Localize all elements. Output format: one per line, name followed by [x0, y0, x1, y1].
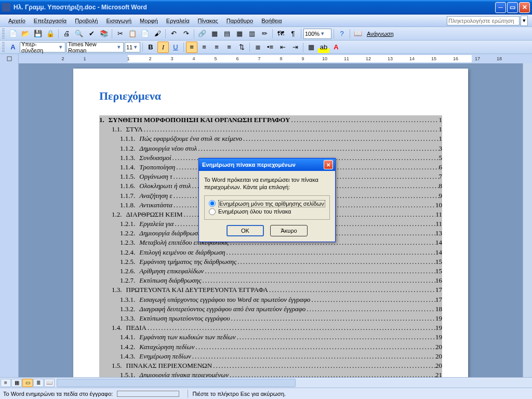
format-painter-button[interactable]: 🖌: [152, 28, 163, 39]
dialog-close-button[interactable]: ✕: [324, 160, 333, 169]
menu-table[interactable]: Πίνακας: [194, 16, 222, 25]
minimize-button[interactable]: ─: [495, 2, 506, 13]
font-color-button[interactable]: A: [330, 42, 342, 53]
menu-tools[interactable]: Εργαλεία: [162, 16, 194, 25]
toc-entry[interactable]: 1.ΣΥΝΘΕΤΗ ΜΟΡΦΟΠΟΙΗΣΗ ΚΑΙ ΟΡΓΑΝΩΣΗ ΕΓΓΡΑ…: [99, 115, 442, 125]
help-button[interactable]: ?: [336, 28, 348, 39]
size-combo[interactable]: 11▾: [125, 42, 140, 52]
show-marks-button[interactable]: ¶: [287, 28, 299, 39]
decrease-indent-button[interactable]: ⇤: [277, 42, 288, 53]
reading-label[interactable]: Ανάγνωση: [365, 31, 396, 37]
align-left-button[interactable]: ≡: [186, 42, 197, 53]
help-search-input[interactable]: [447, 16, 520, 25]
menu-insert[interactable]: Εισαγωγή: [102, 16, 136, 25]
menu-window[interactable]: Παράθυρο: [222, 16, 257, 25]
columns-button[interactable]: ▥: [246, 28, 258, 39]
excel-button[interactable]: ▦: [234, 28, 245, 39]
radio-opt1-input[interactable]: [209, 200, 216, 207]
print-button[interactable]: 🖨: [61, 28, 72, 39]
numbering-button[interactable]: ≣: [252, 42, 263, 53]
increase-indent-button[interactable]: ⇥: [289, 42, 301, 53]
highlight-button[interactable]: ab: [318, 42, 329, 53]
vertical-scrollbar[interactable]: [523, 63, 532, 377]
toc-entry[interactable]: 1.3.1.Εισαγωγή υπάρχοντος εγγράφου του W…: [99, 295, 442, 304]
permission-button[interactable]: 🔒: [45, 28, 56, 39]
spell-check-button[interactable]: ✔: [86, 28, 97, 39]
research-button[interactable]: 📚: [98, 28, 110, 39]
font-combo[interactable]: Times New Roman▾: [66, 42, 124, 52]
insert-table-button[interactable]: ▤: [221, 28, 233, 39]
open-button[interactable]: 📂: [20, 28, 31, 39]
normal-view-button[interactable]: ≡: [1, 379, 11, 387]
toc-entry[interactable]: 1.4.ΠΕΔΙΑ...............................…: [99, 323, 442, 332]
help-dropdown[interactable]: ▾: [521, 16, 528, 26]
print-preview-button[interactable]: 🔍: [73, 28, 85, 39]
undo-button[interactable]: ↶: [168, 28, 179, 39]
table-of-contents[interactable]: 1.ΣΥΝΘΕΤΗ ΜΟΡΦΟΠΟΙΗΣΗ ΚΑΙ ΟΡΓΑΝΩΣΗ ΕΓΓΡΑ…: [99, 115, 442, 377]
toc-entry[interactable]: 1.2.4.Επιλογή κειμένου σε διάρθρωση.....…: [99, 248, 442, 257]
line-spacing-button[interactable]: ⇅: [236, 42, 247, 53]
close-button[interactable]: ✕: [519, 2, 530, 13]
toc-entry[interactable]: 1.2.6.Αρίθμηση επικεφαλίδων.............…: [99, 267, 442, 276]
print-view-button[interactable]: ▭: [22, 379, 33, 387]
doc-map-button[interactable]: 🗺: [275, 28, 286, 39]
menu-file[interactable]: Αρχείο: [4, 16, 30, 25]
toc-entry[interactable]: 1.1.ΣΤΥΛ................................…: [99, 125, 442, 134]
outline-view-button[interactable]: ≣: [33, 379, 44, 387]
toc-entry[interactable]: 1.4.2.Καταχώρηση πεδίων.................…: [99, 342, 442, 352]
toc-entry[interactable]: 1.5.1.Δημιουργία πίνακα περιεχομένων....…: [99, 370, 442, 377]
style-combo[interactable]: Υπερ-σύνδεση▾: [20, 42, 65, 52]
toc-entry[interactable]: 1.3.2.Διαγραφή δευτερεύοντος εγγράφου απ…: [99, 304, 442, 314]
toolbar-grip[interactable]: [2, 42, 5, 52]
reading-view-button[interactable]: 📖: [44, 379, 55, 387]
styles-pane-button[interactable]: A: [7, 42, 19, 53]
menu-view[interactable]: Προβολή: [71, 16, 102, 25]
horizontal-scrollbar[interactable]: [57, 379, 532, 387]
save-button[interactable]: 💾: [32, 28, 44, 39]
tables-borders-button[interactable]: ▦: [209, 28, 220, 39]
toc-entry[interactable]: 1.3.ΠΡΩΤΕΥΟΝΤΑ ΚΑΙ ΔΕΥΤΕΡΕΥΟΝΤΑ ΈΓΓΡΑΦΑ.…: [99, 285, 442, 295]
new-doc-button[interactable]: 📄: [7, 28, 19, 39]
menu-help[interactable]: Βοήθεια: [257, 16, 286, 25]
help-search[interactable]: [447, 16, 520, 25]
ok-button[interactable]: OK: [227, 225, 264, 236]
toolbar-grip[interactable]: [2, 29, 5, 39]
radio-opt2-input[interactable]: [209, 208, 216, 215]
toc-entry[interactable]: 1.2.7.Εκτύπωση διάρθρωσης...............…: [99, 276, 442, 285]
dialog-titlebar[interactable]: Ενημέρωση πίνακα περιεχομένων ✕: [199, 158, 335, 171]
borders-button[interactable]: ▦: [305, 42, 317, 53]
hyperlink-button[interactable]: 🔗: [196, 28, 208, 39]
ruler[interactable]: 21123456789101112131415161718: [0, 54, 532, 63]
bullets-button[interactable]: •≡: [264, 42, 276, 53]
italic-button[interactable]: I: [157, 42, 169, 53]
toc-text: Οργάνωση τ: [139, 172, 172, 181]
bold-button[interactable]: B: [145, 42, 156, 53]
align-right-button[interactable]: ≡: [211, 42, 222, 53]
toc-entry[interactable]: 1.4.1.Εμφάνιση των κωδικών των πεδίων...…: [99, 332, 442, 342]
radio-update-entire-table[interactable]: Ενημέρωση όλου του πίνακα: [209, 208, 325, 215]
align-center-button[interactable]: ≡: [198, 42, 210, 53]
redo-button[interactable]: ↷: [180, 28, 192, 39]
ruler-corner[interactable]: [0, 54, 19, 63]
cut-button[interactable]: ✂: [114, 28, 126, 39]
maximize-button[interactable]: ▭: [507, 2, 518, 13]
vertical-ruler[interactable]: [0, 63, 19, 377]
menu-format[interactable]: Μορφή: [136, 16, 162, 25]
drawing-button[interactable]: ✏: [259, 28, 270, 39]
toc-entry[interactable]: 1.3.3.Εκτύπωση πρωτεύοντος εγγράφου.....…: [99, 314, 442, 323]
radio-update-page-numbers[interactable]: Ενημέρωση μόνο της αρίθμησης σελίδων: [209, 200, 325, 207]
cancel-button[interactable]: Άκυρο: [270, 225, 308, 236]
toc-entry[interactable]: 1.4.3.Ενημέρωση πεδίων..................…: [99, 352, 442, 361]
reading-icon[interactable]: 📖: [352, 28, 364, 39]
underline-button[interactable]: U: [170, 42, 181, 53]
toc-entry[interactable]: 1.5.ΠΙΝΑΚΑΣ ΠΕΡΙΕΧΟΜΕΝΩΝ................…: [99, 361, 442, 370]
menu-edit[interactable]: Επεξεργασία: [30, 16, 71, 25]
align-justify-button[interactable]: ≡: [223, 42, 235, 53]
toc-entry[interactable]: 1.1.2.Δημιουργία νέου στυλ..............…: [99, 144, 442, 153]
zoom-combo[interactable]: 100%▾: [303, 29, 331, 39]
toc-entry[interactable]: 1.1.1.Πώς εφαρμόζουμε ένα στυλ σε κείμεν…: [99, 134, 442, 143]
paste-button[interactable]: 📄: [139, 28, 151, 39]
web-view-button[interactable]: ▦: [11, 379, 22, 387]
copy-button[interactable]: 📋: [127, 28, 138, 39]
toc-entry[interactable]: 1.2.5.Εμφάνιση τμήματος της διάρθρωσης..…: [99, 257, 442, 267]
